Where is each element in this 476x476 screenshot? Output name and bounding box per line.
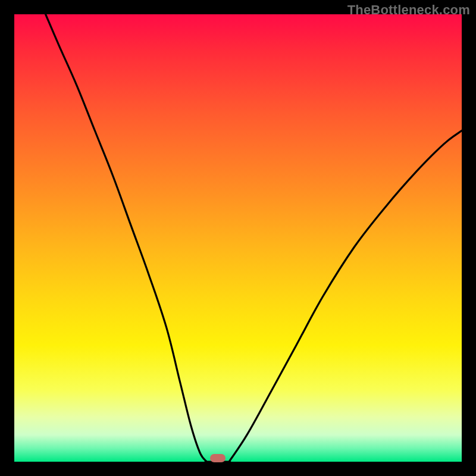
minimum-marker — [210, 454, 226, 462]
plot-area — [14, 14, 462, 462]
curve-svg — [14, 14, 462, 462]
bottleneck-curve — [46, 14, 462, 462]
chart-frame: TheBottleneck.com — [0, 0, 476, 476]
